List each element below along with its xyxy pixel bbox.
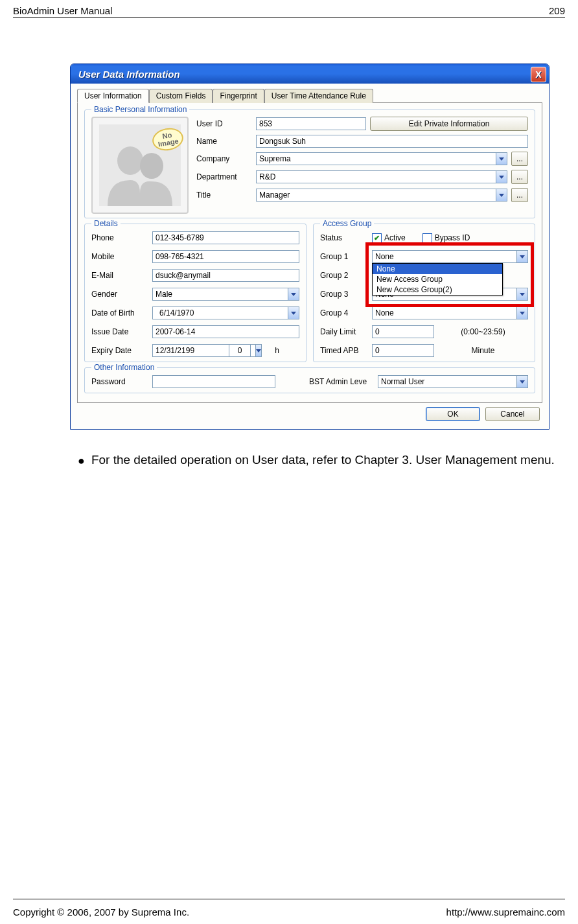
group-other: Other Information Password BST Admin Lev… bbox=[84, 367, 535, 393]
user-data-window: User Data Information X User Information… bbox=[70, 64, 549, 430]
label-timed-apb: Timed APB bbox=[320, 346, 368, 355]
label-name: Name bbox=[196, 137, 252, 146]
dob-picker[interactable] bbox=[152, 306, 288, 319]
timed-apb-unit: Minute bbox=[438, 346, 528, 355]
group-basic: Basic Personal Information bbox=[84, 110, 535, 218]
header-left: BioAdmin User Manual bbox=[13, 5, 112, 16]
header-divider bbox=[13, 17, 565, 18]
svg-point-0 bbox=[117, 146, 143, 175]
tab-user-information[interactable]: User Information bbox=[77, 89, 149, 103]
close-icon: X bbox=[535, 69, 541, 80]
group1-combo[interactable] bbox=[372, 250, 516, 263]
cancel-button[interactable]: Cancel bbox=[485, 407, 540, 421]
footer-copyright: Copyright © 2006, 2007 by Suprema Inc. bbox=[13, 907, 189, 918]
bypass-label: Bypass ID bbox=[435, 233, 470, 242]
company-more-button[interactable]: ... bbox=[511, 152, 528, 166]
label-group4: Group 4 bbox=[320, 308, 368, 318]
label-phone: Phone bbox=[91, 233, 148, 242]
timed-apb-input[interactable] bbox=[372, 344, 434, 357]
bypass-checkbox[interactable]: Bypass ID bbox=[422, 233, 470, 243]
label-dob: Date of Birth bbox=[91, 308, 148, 318]
label-group2: Group 2 bbox=[320, 271, 368, 280]
title-combo[interactable] bbox=[256, 189, 496, 202]
active-label: Active bbox=[384, 233, 406, 242]
expiry-hours-unit: h bbox=[255, 346, 299, 355]
active-checkbox[interactable]: ✔ Active bbox=[372, 233, 406, 243]
group1-option-new[interactable]: New Access Group bbox=[373, 274, 502, 284]
label-title: Title bbox=[196, 191, 252, 200]
close-button[interactable]: X bbox=[531, 67, 546, 82]
tab-bar: User Information Custom Fields Fingerpri… bbox=[77, 89, 542, 103]
window-titlebar[interactable]: User Data Information X bbox=[71, 64, 549, 84]
tab-custom-fields[interactable]: Custom Fields bbox=[149, 89, 213, 103]
department-more-button[interactable]: ... bbox=[511, 170, 528, 184]
label-password: Password bbox=[91, 377, 148, 386]
label-bst-admin: BST Admin Leve bbox=[309, 377, 374, 386]
label-department: Department bbox=[196, 172, 252, 181]
issue-date-input[interactable] bbox=[152, 325, 299, 338]
legend-details: Details bbox=[91, 219, 121, 228]
label-gender: Gender bbox=[91, 290, 148, 299]
label-mobile: Mobile bbox=[91, 252, 148, 261]
group1-option-new2[interactable]: New Access Group(2) bbox=[373, 284, 502, 295]
chevron-down-icon[interactable] bbox=[496, 189, 507, 202]
legend-other: Other Information bbox=[91, 363, 157, 372]
group-access: Access Group Status ✔ Active bbox=[313, 224, 535, 362]
footer-url: http://www.supremainc.com bbox=[446, 907, 565, 918]
label-status: Status bbox=[320, 233, 368, 242]
chevron-down-icon[interactable] bbox=[516, 375, 528, 388]
expiry-hours-input[interactable] bbox=[229, 344, 251, 357]
chevron-down-icon[interactable] bbox=[516, 306, 528, 319]
body-text: For the detailed operation on User data,… bbox=[91, 449, 555, 471]
title-more-button[interactable]: ... bbox=[511, 188, 528, 202]
name-input[interactable] bbox=[256, 135, 528, 148]
group4-combo[interactable] bbox=[372, 306, 516, 319]
department-combo[interactable] bbox=[256, 170, 496, 183]
page-number: 209 bbox=[549, 5, 565, 16]
label-user-id: User ID bbox=[196, 119, 252, 128]
svg-point-1 bbox=[140, 153, 163, 179]
label-group1: Group 1 bbox=[320, 252, 368, 261]
label-company: Company bbox=[196, 154, 252, 163]
mobile-input[interactable] bbox=[152, 250, 299, 263]
label-issue-date: Issue Date bbox=[91, 327, 148, 336]
chevron-down-icon[interactable] bbox=[288, 306, 299, 319]
legend-basic: Basic Personal Information bbox=[91, 105, 189, 114]
ok-button[interactable]: OK bbox=[426, 407, 480, 421]
tab-panel: Basic Personal Information bbox=[77, 102, 542, 403]
chevron-down-icon[interactable] bbox=[496, 152, 507, 165]
edit-private-info-button[interactable]: Edit Private Information bbox=[370, 117, 528, 131]
footer-divider bbox=[13, 899, 565, 899]
group1-option-none[interactable]: None bbox=[373, 264, 502, 274]
daily-limit-input[interactable] bbox=[372, 325, 434, 338]
chevron-down-icon[interactable] bbox=[516, 288, 528, 301]
email-input[interactable] bbox=[152, 269, 299, 282]
tab-time-attendance[interactable]: User Time Attendance Rule bbox=[264, 89, 373, 103]
chevron-down-icon[interactable] bbox=[496, 170, 507, 183]
phone-input[interactable] bbox=[152, 231, 299, 244]
legend-access: Access Group bbox=[320, 219, 374, 228]
label-email: E-Mail bbox=[91, 271, 148, 280]
group1-dropdown-list[interactable]: None New Access Group New Access Group(2… bbox=[372, 263, 503, 295]
user-photo[interactable]: NoImage bbox=[91, 117, 189, 214]
check-icon: ✔ bbox=[374, 235, 380, 242]
chevron-down-icon[interactable] bbox=[288, 288, 299, 301]
chevron-down-icon[interactable] bbox=[516, 250, 528, 263]
label-group3: Group 3 bbox=[320, 290, 368, 299]
tab-fingerprint[interactable]: Fingerprint bbox=[213, 89, 264, 103]
bst-admin-combo[interactable] bbox=[378, 375, 516, 388]
window-title: User Data Information bbox=[78, 69, 180, 80]
group-details: Details Phone Mobile bbox=[84, 224, 306, 362]
label-expiry-date: Expiry Date bbox=[91, 346, 148, 355]
daily-limit-hint: (0:00~23:59) bbox=[438, 327, 528, 336]
user-id-input[interactable] bbox=[256, 117, 366, 130]
company-combo[interactable] bbox=[256, 152, 496, 165]
password-input[interactable] bbox=[152, 375, 275, 388]
bullet-icon: ● bbox=[78, 450, 85, 471]
gender-combo[interactable] bbox=[152, 288, 288, 301]
label-daily-limit: Daily Limit bbox=[320, 327, 368, 336]
